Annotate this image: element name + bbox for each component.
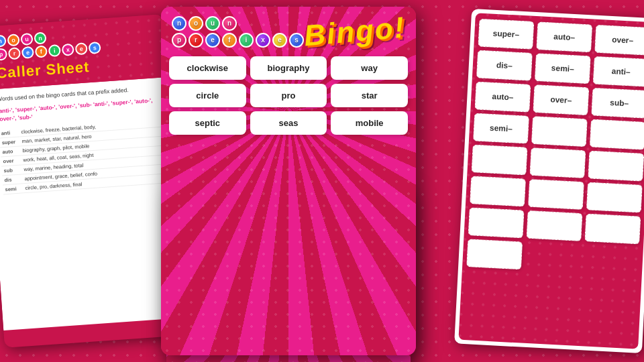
- token-cell: [529, 147, 586, 178]
- token-cell: over–: [594, 25, 644, 56]
- ball-i: i: [239, 33, 254, 48]
- logo-bubble-f: f: [35, 45, 48, 58]
- token-cell: [468, 207, 525, 238]
- token-cell: [584, 213, 641, 244]
- caller-body: Words used on the bingo cards that ca pr…: [0, 77, 184, 330]
- token-cell: auto–: [474, 81, 531, 112]
- token-cell: semi–: [473, 113, 529, 143]
- logo-bubble-e: e: [21, 46, 34, 59]
- caller-prefix: semi: [3, 184, 23, 194]
- logo-bubble-x: x: [62, 44, 74, 56]
- ball-f: f: [222, 33, 237, 48]
- main-bingo-cell: seas: [250, 111, 327, 135]
- main-bingo-cell: mobile: [331, 111, 408, 135]
- scene: n o u n p r e f i x e s Caller Sheet: [0, 0, 644, 362]
- token-cell: semi–: [535, 53, 591, 84]
- token-cell: sub–: [591, 88, 644, 119]
- token-cell: [528, 179, 584, 210]
- logo-bubble-s: s: [89, 42, 101, 54]
- main-bingo-cell: clockwise: [169, 56, 246, 80]
- token-cell: [588, 150, 644, 181]
- logo-bubble-es: e: [75, 42, 88, 55]
- main-bingo-card: n o u n p r e f i x e s: [161, 7, 416, 355]
- token-cell: auto–: [536, 21, 592, 52]
- token-sheet-inner: super–auto–over–dis–semi–anti–auto–over–…: [458, 13, 644, 349]
- main-bingo-cell: pro: [250, 84, 327, 107]
- logo-bubble-p: p: [0, 48, 7, 61]
- logo-bubble-i: i: [48, 44, 61, 57]
- main-bingo-cell: biography: [250, 56, 327, 80]
- ball-r: r: [189, 33, 203, 48]
- caller-sheet: n o u n p r e f i x e s Caller Sheet: [0, 14, 185, 348]
- token-cell: [586, 182, 643, 213]
- main-bingo-cell: way: [331, 56, 408, 80]
- bingo-header: n o u n p r e f i x e s: [161, 7, 416, 54]
- bingo-logo: n o u n p r e f i x e s: [172, 16, 304, 48]
- token-cell: [470, 176, 526, 206]
- token-sheet: super–auto–over–dis–semi–anti–auto–over–…: [454, 9, 644, 353]
- logo-bubble-o: o: [7, 34, 19, 46]
- ball-e: e: [205, 33, 220, 48]
- main-bingo-cell: septic: [169, 111, 246, 135]
- token-cell: over–: [533, 84, 589, 115]
- token-cell: [526, 210, 582, 241]
- bingo-title: Bingo!: [303, 11, 407, 53]
- token-cell: [466, 239, 523, 269]
- ball-n2: n: [222, 16, 237, 31]
- token-cell: [590, 119, 644, 150]
- main-bingo-cell: star: [331, 84, 408, 107]
- token-cell: anti–: [593, 56, 644, 87]
- token-cell: [531, 116, 588, 147]
- logo-bubble-r: r: [8, 47, 21, 60]
- main-bingo-grid: clockwisebiographywaycircleprostarseptic…: [161, 54, 416, 140]
- ball-x: x: [256, 33, 270, 48]
- main-bingo-cell: circle: [169, 84, 246, 107]
- ball-u: u: [205, 16, 220, 31]
- caller-table: anticlockwise, freeze, bacterial, body,s…: [0, 117, 166, 194]
- logo-bubble-u: u: [20, 33, 33, 46]
- logo-bubble-n2: n: [34, 32, 46, 44]
- ball-s: s: [289, 33, 304, 48]
- ball-e2: e: [272, 33, 287, 48]
- ball-n: n: [172, 16, 186, 31]
- token-cell: dis–: [476, 50, 533, 81]
- token-cell: [471, 144, 527, 175]
- ball-p: p: [172, 33, 186, 48]
- token-cell: super–: [478, 19, 534, 50]
- ball-o: o: [189, 16, 203, 31]
- logo-bubble-n: n: [0, 35, 7, 48]
